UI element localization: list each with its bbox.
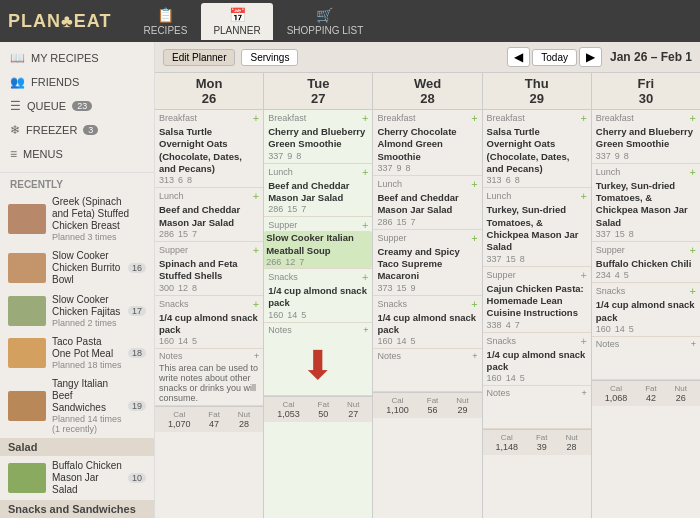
snacks-name-fri: 1/4 cup almond snack pack <box>596 299 696 324</box>
list-item[interactable]: Slow Cooker Chicken Burrito Bowl 16 <box>0 246 154 290</box>
supper-name-fri: Buffalo Chicken Chili <box>596 258 696 270</box>
logo-text: PLAN♣EAT <box>8 11 111 32</box>
add-snacks-wed[interactable]: + <box>471 298 477 310</box>
sidebar-queue-label: QUEUE <box>27 100 66 112</box>
snacks-section-thu: Snacks+ 1/4 cup almond snack pack 160 14… <box>483 333 591 387</box>
sidebar-nav-section: 📖 MY RECIPES 👥 FRIENDS ☰ QUEUE 23 ❄ FREE… <box>0 42 154 170</box>
add-notes-wed[interactable]: + <box>472 351 477 361</box>
sidebar-item-my-recipes[interactable]: 📖 MY RECIPES <box>0 46 154 70</box>
servings-button[interactable]: Servings <box>241 49 298 66</box>
notes-content-fri <box>592 349 700 379</box>
calendar-body: Breakfast+ Salsa Turtle Overnight Oats (… <box>155 110 700 518</box>
add-lunch-fri[interactable]: + <box>690 166 696 178</box>
sidebar-item-menus[interactable]: ≡ MENUS <box>0 142 154 166</box>
recipe-count: 10 <box>128 473 146 483</box>
add-snacks-thu[interactable]: + <box>580 335 586 347</box>
queue-icon: ☰ <box>10 99 21 113</box>
add-notes-thu[interactable]: + <box>582 388 587 398</box>
footer-fri: Cal 1,068 Fat 42 Nut 26 <box>592 380 700 406</box>
supper-section-wed: Supper+ Creamy and Spicy Taco Supreme Ma… <box>373 230 481 296</box>
add-supper-wed[interactable]: + <box>471 232 477 244</box>
list-item[interactable]: Slow Cooker Chicken Fajitas Planned 2 ti… <box>0 290 154 332</box>
add-breakfast-fri[interactable]: + <box>690 112 696 124</box>
sidebar-item-freezer[interactable]: ❄ FREEZER 3 <box>0 118 154 142</box>
recipe-count: 18 <box>128 348 146 358</box>
day-col-tue: Breakfast+ Cherry and Blueberry Green Sm… <box>264 110 373 518</box>
list-item[interactable]: Buffalo Chicken Mason Jar Salad 10 <box>0 456 154 500</box>
add-breakfast-wed[interactable]: + <box>471 112 477 124</box>
recipe-planned: Planned 2 times <box>52 318 122 328</box>
add-notes-fri[interactable]: + <box>691 339 696 349</box>
add-supper-tue[interactable]: + <box>362 219 368 231</box>
nav-planner[interactable]: 📅 PLANNER <box>201 3 272 40</box>
day-header-tue: Tue27 <box>264 73 373 109</box>
add-breakfast-mon[interactable]: + <box>253 112 259 124</box>
list-item[interactable]: Greek (Spinach and Feta) Stuffed Chicken… <box>0 192 154 246</box>
recipe-planned: Planned 14 times (1 recently) <box>52 414 122 434</box>
breakfast-name-wed: Cherry Chocolate Almond Green Smoothie <box>377 126 477 163</box>
recipe-name: Slow Cooker Chicken Burrito Bowl <box>52 250 122 286</box>
add-snacks-tue[interactable]: + <box>362 271 368 283</box>
nav-shopping[interactable]: 🛒 SHOPPING LIST <box>275 3 376 40</box>
freezer-icon: ❄ <box>10 123 20 137</box>
add-lunch-tue[interactable]: + <box>362 166 368 178</box>
lunch-section-fri: Lunch+ Turkey, Sun-dried Tomatoes, & Chi… <box>592 164 700 242</box>
footer-mon: Cal 1,070 Fat 47 Nut 28 <box>155 406 263 432</box>
nav-recipes[interactable]: 📋 RECIPES <box>131 3 199 40</box>
salad-category: Salad <box>0 438 154 456</box>
add-snacks-mon[interactable]: + <box>253 298 259 310</box>
notes-arrow-tue: ⬇ <box>264 335 372 395</box>
recipe-name: Slow Cooker Chicken Fajitas <box>52 294 122 318</box>
footer-wed: Cal 1,100 Fat 56 Nut 29 <box>373 392 481 418</box>
snacks-section-fri: Snacks+ 1/4 cup almond snack pack 160 14… <box>592 283 700 337</box>
lunch-name-tue: Beef and Cheddar Mason Jar Salad <box>268 180 368 205</box>
add-breakfast-thu[interactable]: + <box>580 112 586 124</box>
edit-planner-button[interactable]: Edit Planner <box>163 49 235 66</box>
sidebar-divider-1 <box>0 172 154 173</box>
breakfast-name-fri: Cherry and Blueberry Green Smoothie <box>596 126 696 151</box>
day-col-mon: Breakfast+ Salsa Turtle Overnight Oats (… <box>155 110 264 518</box>
add-supper-fri[interactable]: + <box>690 244 696 256</box>
recipe-thumb-4 <box>8 338 46 368</box>
add-lunch-wed[interactable]: + <box>471 178 477 190</box>
snacks-section-tue: Snacks+ 1/4 cup almond snack pack 160 14… <box>264 269 372 323</box>
queue-count-badge: 23 <box>72 101 92 111</box>
prev-week-button[interactable]: ◀ <box>507 47 530 67</box>
add-notes-tue[interactable]: + <box>363 325 368 335</box>
next-week-button[interactable]: ▶ <box>579 47 602 67</box>
add-supper-mon[interactable]: + <box>253 244 259 256</box>
breakfast-name-thu: Salsa Turtle Overnight Oats (Chocolate, … <box>487 126 587 175</box>
add-snacks-fri[interactable]: + <box>690 285 696 297</box>
add-supper-thu[interactable]: + <box>580 269 586 281</box>
friends-icon: 👥 <box>10 75 25 89</box>
sidebar-item-friends[interactable]: 👥 FRIENDS <box>0 70 154 94</box>
day-header-wed: Wed28 <box>373 73 482 109</box>
sidebar: 📖 MY RECIPES 👥 FRIENDS ☰ QUEUE 23 ❄ FREE… <box>0 42 155 518</box>
calendar: Mon26 Tue27 Wed28 Thu29 Fri30 <box>155 73 700 518</box>
notes-content-wed <box>373 361 481 391</box>
notes-content-thu <box>483 398 591 428</box>
snacks-name-tue: 1/4 cup almond snack pack <box>268 285 368 310</box>
breakfast-section-fri: Breakfast+ Cherry and Blueberry Green Sm… <box>592 110 700 164</box>
add-lunch-mon[interactable]: + <box>253 190 259 202</box>
list-item[interactable]: Tangy Italian Beef Sandwiches Planned 14… <box>0 374 154 438</box>
recipe-planned: Planned 18 times <box>52 360 122 370</box>
recipe-count: 19 <box>128 401 146 411</box>
recipe-name: Buffalo Chicken Mason Jar Salad <box>52 460 122 496</box>
breakfast-section-wed: Breakfast+ Cherry Chocolate Almond Green… <box>373 110 481 176</box>
breakfast-name-tue: Cherry and Blueberry Green Smoothie <box>268 126 368 151</box>
today-button[interactable]: Today <box>532 49 577 66</box>
sidebar-item-queue[interactable]: ☰ QUEUE 23 <box>0 94 154 118</box>
date-range: Jan 26 – Feb 1 <box>610 50 692 64</box>
day-header-thu: Thu29 <box>483 73 592 109</box>
sidebar-freezer-label: FREEZER <box>26 124 77 136</box>
snacks-name-thu: 1/4 cup almond snack pack <box>487 349 587 374</box>
add-lunch-thu[interactable]: + <box>580 190 586 202</box>
day-header-fri: Fri30 <box>592 73 700 109</box>
lunch-section-wed: Lunch+ Beef and Cheddar Mason Jar Salad … <box>373 176 481 230</box>
recipes-icon: 📋 <box>157 7 174 23</box>
add-notes-mon[interactable]: + <box>254 351 259 361</box>
footer-tue: Cal 1,053 Fat 50 Nut 27 <box>264 396 372 422</box>
add-breakfast-tue[interactable]: + <box>362 112 368 124</box>
list-item[interactable]: Taco Pasta One Pot Meal Planned 18 times… <box>0 332 154 374</box>
